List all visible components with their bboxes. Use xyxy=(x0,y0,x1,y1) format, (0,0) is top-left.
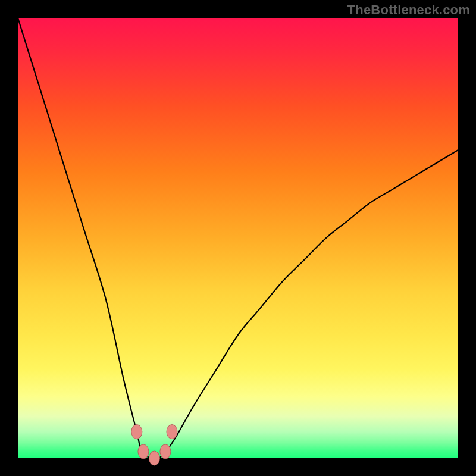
chart-stage: TheBottleneck.com xyxy=(0,0,476,476)
marker-left-lower xyxy=(138,444,149,459)
marker-left-upper xyxy=(131,425,142,439)
marker-bottom-mid xyxy=(149,451,159,465)
bottleneck-chart xyxy=(0,0,476,476)
marker-right-upper xyxy=(167,425,177,439)
plot-area xyxy=(18,18,458,458)
watermark-text: TheBottleneck.com xyxy=(347,2,470,18)
marker-right-lower xyxy=(160,444,171,459)
